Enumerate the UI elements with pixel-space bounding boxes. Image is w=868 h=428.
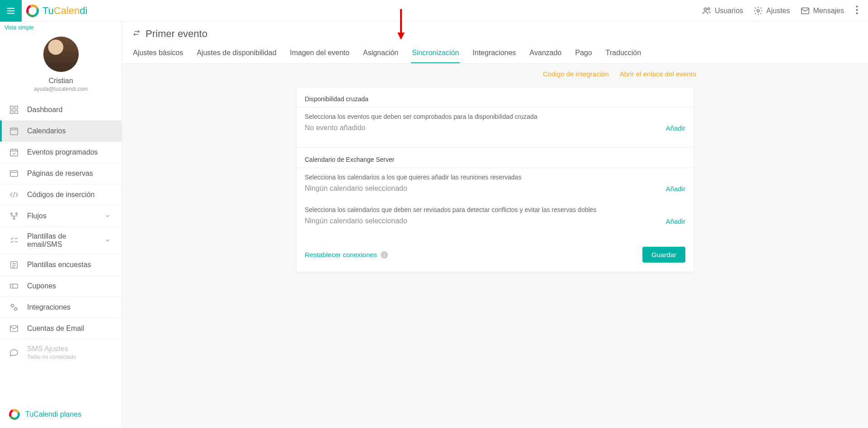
sidebar-item-sms[interactable]: SMS Ajustes Twilio no contectado bbox=[0, 339, 122, 366]
tabs: Ajustes básicos Ajustes de disponibilida… bbox=[132, 44, 858, 63]
svg-point-0 bbox=[704, 8, 707, 10]
flow-icon bbox=[9, 211, 19, 221]
empty-exchange-check: Ningún calendario seleccionado bbox=[305, 217, 407, 225]
topbar-right: Usuarios Ajustes Mensajes bbox=[702, 3, 868, 19]
hint-exchange-add: Selecciona los calendarios a los que qui… bbox=[305, 174, 685, 181]
survey-icon bbox=[9, 260, 19, 270]
empty-exchange-add: Ningún calendario seleccionado bbox=[305, 184, 407, 193]
chat-icon bbox=[9, 348, 19, 357]
profile-name: Cristian bbox=[0, 77, 122, 85]
section-title-exchange: Calendario de Exchange Server bbox=[297, 147, 693, 168]
sidebar-item-label: Páginas de reservas bbox=[27, 169, 93, 178]
tab-traduccion[interactable]: Traducción bbox=[605, 44, 642, 63]
messages-link[interactable]: Mensajes bbox=[800, 6, 844, 16]
sidebar: Vista simple Cristian ayuda@tucalendi.co… bbox=[0, 22, 122, 428]
logo-icon bbox=[26, 5, 39, 17]
svg-point-16 bbox=[13, 218, 15, 220]
tab-integraciones[interactable]: Integraciones bbox=[472, 44, 517, 63]
sidebar-item-integraciones[interactable]: Integraciones bbox=[0, 296, 122, 318]
sidebar-item-codigos[interactable]: Códigos de inserción bbox=[0, 184, 122, 205]
logo[interactable]: TuCalendi bbox=[22, 5, 87, 17]
tab-sincronizacion[interactable]: Sincronización bbox=[411, 44, 460, 63]
envelope-icon bbox=[800, 6, 810, 16]
add-exchange-add-button[interactable]: Añadir bbox=[666, 185, 685, 193]
sidebar-item-label: SMS Ajustes Twilio no contectado bbox=[27, 345, 76, 360]
svg-point-19 bbox=[11, 305, 14, 307]
info-icon: i bbox=[381, 251, 388, 259]
svg-rect-11 bbox=[10, 128, 18, 135]
settings-label: Ajustes bbox=[766, 7, 790, 15]
main: Primer evento Ajustes básicos Ajustes de… bbox=[122, 22, 868, 428]
tab-asignacion[interactable]: Asignación bbox=[362, 44, 399, 63]
sync-card: Disponibilidad cruzada Selecciona los ev… bbox=[296, 87, 694, 272]
code-icon bbox=[9, 190, 19, 200]
svg-point-2 bbox=[757, 9, 760, 12]
users-icon bbox=[702, 6, 712, 16]
svg-point-15 bbox=[16, 213, 18, 215]
planes-label: TuCalendi planes bbox=[25, 410, 81, 419]
hint-exchange-check: Selecciona los calendarios que deben ser… bbox=[305, 206, 685, 213]
topbar: TuCalendi Usuarios Ajustes Mensajes bbox=[0, 0, 868, 22]
sidebar-item-paginas[interactable]: Páginas de reservas bbox=[0, 163, 122, 184]
tab-basicos[interactable]: Ajustes básicos bbox=[132, 44, 184, 63]
hamburger-button[interactable] bbox=[0, 0, 22, 22]
settings-link[interactable]: Ajustes bbox=[753, 6, 790, 16]
nav: Dashboard Calendarios Eventos programado… bbox=[0, 98, 122, 366]
sidebar-item-label: Cuentas de Email bbox=[27, 325, 84, 333]
sidebar-item-label: Integraciones bbox=[27, 303, 71, 311]
sidebar-item-plantillas-encuestas[interactable]: Plantillas encuestas bbox=[0, 254, 122, 275]
tab-pago[interactable]: Pago bbox=[574, 44, 593, 63]
hint-cruzada: Selecciona los eventos que deben ser com… bbox=[305, 113, 685, 120]
page-header: Primer evento Ajustes básicos Ajustes de… bbox=[122, 22, 868, 64]
tab-avanzado[interactable]: Avanzado bbox=[528, 44, 562, 63]
sidebar-item-label: Plantillas encuestas bbox=[27, 261, 91, 269]
swap-icon bbox=[132, 28, 141, 39]
action-links: Codigo de integración Abrir el enlace de… bbox=[122, 64, 868, 84]
messages-label: Mensajes bbox=[813, 7, 844, 15]
vista-simple-link[interactable]: Vista simple bbox=[0, 22, 122, 33]
kebab-menu[interactable] bbox=[854, 3, 860, 19]
tab-disponibilidad[interactable]: Ajustes de disponibilidad bbox=[196, 44, 277, 63]
sidebar-item-eventos[interactable]: Eventos programados bbox=[0, 141, 122, 163]
svg-rect-18 bbox=[10, 284, 18, 288]
add-exchange-check-button[interactable]: Añadir bbox=[666, 217, 685, 225]
sidebar-item-dashboard[interactable]: Dashboard bbox=[0, 99, 122, 120]
hamburger-icon bbox=[6, 6, 16, 16]
logo-icon bbox=[9, 409, 20, 420]
sidebar-item-calendarios[interactable]: Calendarios bbox=[0, 120, 122, 141]
sidebar-item-flujos[interactable]: Flujos bbox=[0, 205, 122, 226]
chevron-down-icon bbox=[103, 237, 113, 244]
kebab-icon bbox=[856, 5, 858, 14]
gears-icon bbox=[9, 302, 19, 312]
avatar[interactable] bbox=[43, 36, 79, 72]
svg-rect-10 bbox=[15, 111, 18, 113]
users-link[interactable]: Usuarios bbox=[702, 6, 743, 16]
svg-rect-12 bbox=[10, 150, 18, 156]
sidebar-item-label: Plantillas de email/SMS bbox=[27, 232, 94, 249]
tab-imagen[interactable]: Imagen del evento bbox=[289, 44, 350, 63]
sidebar-item-cupones[interactable]: Cupones bbox=[0, 275, 122, 296]
save-button[interactable]: Guardar bbox=[642, 247, 685, 263]
envelope-icon bbox=[9, 324, 19, 334]
profile-email: ayuda@tucalendi.com bbox=[0, 86, 122, 92]
card-footer: Restablecer conexiones i Guardar bbox=[297, 240, 693, 272]
svg-point-14 bbox=[11, 213, 13, 215]
grid-icon bbox=[9, 105, 19, 115]
profile-block: Cristian ayuda@tucalendi.com bbox=[0, 33, 122, 98]
add-cruzada-button[interactable]: Añadir bbox=[666, 124, 685, 132]
sidebar-item-label: Códigos de inserción bbox=[27, 191, 94, 199]
sidebar-item-cuentas-email[interactable]: Cuentas de Email bbox=[0, 318, 122, 339]
codigo-integracion-link[interactable]: Codigo de integración bbox=[543, 70, 609, 78]
checklist-icon bbox=[9, 235, 19, 245]
reset-connections-link[interactable]: Restablecer conexiones i bbox=[305, 251, 388, 259]
window-icon bbox=[9, 169, 19, 179]
planes-link[interactable]: TuCalendi planes bbox=[0, 401, 122, 428]
ticket-icon bbox=[9, 281, 19, 291]
sidebar-item-label: Cupones bbox=[27, 282, 56, 290]
sidebar-item-plantillas-email[interactable]: Plantillas de email/SMS bbox=[0, 226, 122, 254]
logo-text: TuCalendi bbox=[42, 5, 87, 17]
abrir-enlace-link[interactable]: Abrir el enlace del evento bbox=[620, 70, 696, 78]
svg-rect-9 bbox=[10, 111, 13, 113]
svg-rect-8 bbox=[15, 106, 18, 109]
svg-rect-21 bbox=[10, 326, 18, 332]
